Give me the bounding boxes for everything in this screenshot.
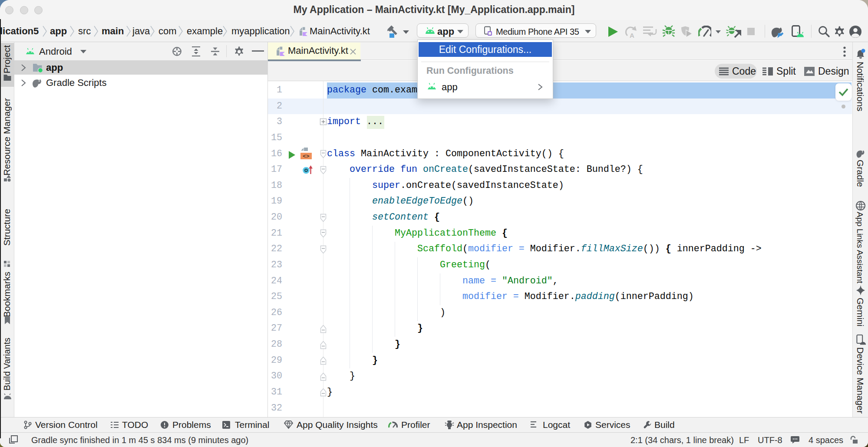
svg-text:<>: <> — [303, 153, 310, 160]
svg-text:A: A — [630, 32, 634, 38]
